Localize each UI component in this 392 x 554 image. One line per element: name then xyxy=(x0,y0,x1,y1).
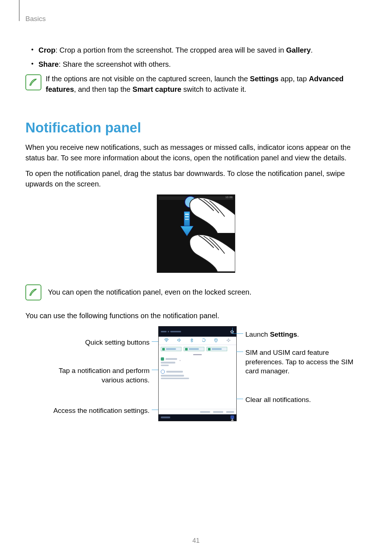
callout-clear: Clear all notifications. xyxy=(245,395,311,405)
svg-point-6 xyxy=(216,339,216,340)
sound-icon xyxy=(177,338,181,343)
sim-row xyxy=(159,345,236,353)
note-1: If the options are not visible on the ca… xyxy=(25,74,367,95)
heading-notification-panel: Notification panel xyxy=(25,120,367,136)
hand-top-icon xyxy=(183,194,235,233)
bullet-list: Crop: Crop a portion from the screenshot… xyxy=(25,45,367,69)
figure-swipe-down: 10:00 xyxy=(157,194,235,273)
note-1-text: If the options are not visible on the ca… xyxy=(46,74,367,95)
notification-diagram: ✿ xyxy=(57,326,369,424)
gallery-term: Gallery xyxy=(286,46,311,54)
arrow-down-icon xyxy=(230,415,234,419)
notification-item xyxy=(161,370,234,379)
quick-settings-row xyxy=(159,337,236,345)
callout-launch-settings: Launch Settings. xyxy=(245,330,299,339)
phone-mock: ✿ xyxy=(158,326,237,421)
para-2: To open the notification panel, drag the… xyxy=(25,168,367,189)
hand-bottom-icon xyxy=(184,228,235,272)
callout-notification-tap: Tap a notification and perform various a… xyxy=(46,366,150,385)
crop-tail: . xyxy=(311,46,313,54)
footer-actions xyxy=(159,409,236,414)
callout-quick-settings: Quick setting buttons xyxy=(57,338,150,347)
share-term: Share xyxy=(38,60,59,68)
note-2-text: You can open the notification panel, eve… xyxy=(48,287,367,297)
note-icon xyxy=(25,74,41,90)
section-header: Basics xyxy=(25,15,367,23)
share-text: : Share the screenshot with others. xyxy=(59,60,171,68)
crop-text: : Crop a portion from the screenshot. Th… xyxy=(56,46,286,54)
airplane-icon xyxy=(226,338,231,344)
para-3: You can use the following functions on t… xyxy=(25,311,367,321)
notification-item: ⌄ xyxy=(161,357,234,366)
bluetooth-icon xyxy=(190,338,193,344)
bullet-share: Share: Share the screenshot with others. xyxy=(38,59,367,69)
note-2: You can open the notification panel, eve… xyxy=(25,284,367,300)
location-icon xyxy=(214,338,218,344)
header-divider xyxy=(19,0,20,21)
wifi-icon xyxy=(164,338,169,343)
callout-notification-settings: Access the notification settings. xyxy=(46,406,150,415)
page-number: 41 xyxy=(0,537,392,545)
rotate-icon xyxy=(201,338,206,344)
bullet-crop: Crop: Crop a portion from the screenshot… xyxy=(38,45,367,55)
para-1: When you receive new notifications, such… xyxy=(25,142,367,163)
crop-term: Crop xyxy=(38,46,56,54)
svg-point-5 xyxy=(166,341,167,342)
note-icon xyxy=(25,284,41,300)
callout-sim: SIM and USIM card feature preferences. T… xyxy=(245,348,354,376)
